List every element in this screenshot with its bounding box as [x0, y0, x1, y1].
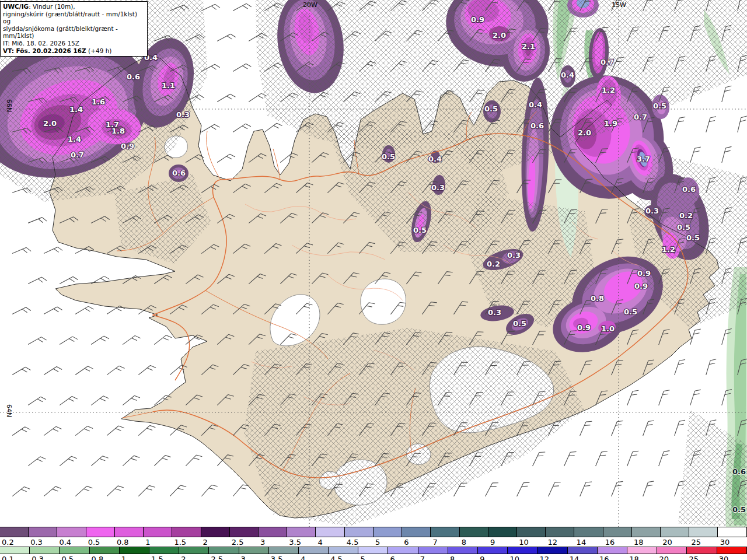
info-line-4-init-time: IT: Mið. 18. 02. 2026 15Z [3, 40, 145, 47]
legend-tick-label: 18 [629, 555, 639, 560]
glacier [361, 279, 406, 324]
precip-value-label: 0.7 [71, 150, 84, 159]
legend-tick-label: 1.5 [151, 555, 163, 560]
legend-tick-label: 3 [260, 538, 265, 547]
legend-tick-label: 0.5 [61, 555, 74, 560]
legend-segment [316, 527, 344, 537]
legend-tick-label: 5 [375, 538, 380, 547]
legend-segment [30, 547, 60, 554]
precip-value-label-dark: 0.5 [732, 505, 746, 514]
legend-segment [201, 527, 230, 537]
legend-tick-label: 16 [605, 538, 615, 547]
legend-segment [329, 547, 358, 554]
legend-tick-label: 3.5 [271, 555, 283, 560]
precip-value-label: 1.8 [111, 127, 125, 135]
precip-value-label: 0.9 [471, 15, 484, 24]
legend-rain-tick-labels: 0.20.30.40.50.811.522.533.544.5567891012… [0, 537, 747, 547]
legend-segment [287, 527, 316, 537]
legend-tick-label: 2.5 [232, 538, 244, 547]
legend-segment [632, 527, 661, 537]
precip-value-label: 0.6 [682, 185, 696, 194]
legend-segment [627, 547, 657, 554]
legend-segment [299, 547, 329, 554]
legend-segment [448, 547, 478, 554]
precip-value-label: 0.9 [577, 323, 591, 332]
precip-value-label: 0.6 [172, 169, 186, 177]
forecast-info-box: UWC/IG: Vindur (10m), rigning/skúrir (gr… [0, 1, 148, 57]
legend-segment [717, 547, 747, 554]
precip-value-label: 1.4 [69, 105, 83, 114]
precip-value-label: 0.5 [686, 233, 700, 242]
legend-segment [478, 547, 508, 554]
precip-value-label: 1.6 [92, 97, 105, 106]
legend-tick-label: 4 [301, 555, 305, 560]
precip-value-label: 0.4 [561, 71, 574, 79]
legend-tick-label: 1 [121, 555, 126, 560]
precip-value-label: 0.9 [634, 282, 648, 290]
info-line-2: rigning/skúrir (grænt/blátt/rautt - mm/1… [3, 10, 145, 25]
legend-segment [57, 527, 86, 537]
legend-tick-label: 0.3 [32, 555, 44, 560]
legend-segment [418, 547, 448, 554]
precip-value-label: 0.3 [488, 308, 501, 317]
legend-segment [115, 527, 144, 537]
legend-segment [0, 527, 29, 537]
precip-value-label: 0.2 [679, 211, 693, 220]
legend-segment [517, 527, 546, 537]
legend-segment [86, 527, 115, 537]
legend-segment [172, 527, 201, 537]
legend-segment [345, 527, 374, 537]
precip-value-label: 0.5 [624, 307, 637, 316]
legend-tick-label: 0.8 [92, 555, 104, 560]
legend-tick-label: 2 [203, 538, 208, 547]
legend-segment [269, 547, 299, 554]
graticule-label: 15W [612, 1, 626, 9]
legend-tick-label: 10 [509, 555, 519, 560]
legend-tick-label: 14 [570, 555, 580, 560]
legend-tick-label: 4.5 [330, 555, 343, 560]
precip-value-label: 0.9 [121, 142, 134, 150]
precip-value-label: 1.2 [662, 245, 675, 254]
precip-value-label: 1.2 [602, 86, 615, 94]
legend-tick-label: 0.1 [2, 555, 14, 560]
weather-map-svg: 20W15W66N64N0.40.61.10.31.61.42.01.71.81… [0, 0, 747, 527]
legend-segment [508, 547, 537, 554]
legend-segment [488, 527, 517, 537]
precip-value-label: 0.4 [428, 155, 442, 163]
precip-value-label: 0.7 [634, 113, 647, 121]
legend-segment [537, 547, 567, 554]
info-line-3: slydda/snjókoma (grátt/bleikt/grænt - mm… [3, 25, 145, 40]
legend-segment [603, 527, 632, 537]
precip-value-label: 0.3 [507, 251, 521, 260]
legend-tick-label: 8 [450, 555, 455, 560]
info-line-5-valid-time: VT: Fös. 20.02.2026 16Z (+49 h) [3, 47, 145, 55]
legend-tick-label: 7 [432, 538, 437, 547]
precip-value-label: 0.5 [484, 104, 498, 113]
legend-segment [431, 527, 459, 537]
precip-value-label: 0.7 [601, 58, 614, 66]
legend-tick-label: 25 [692, 538, 701, 547]
legend-segment [358, 547, 388, 554]
legend-tick-label: 0.4 [59, 538, 71, 547]
legend-tick-label: 4.5 [347, 538, 359, 547]
legend-tick-label: 2.5 [211, 555, 223, 560]
legend-segment [718, 527, 746, 537]
legend-segment [568, 547, 598, 554]
legend-segment [574, 527, 603, 537]
precip-value-label: 1.1 [162, 81, 175, 90]
legend-segment [689, 527, 718, 537]
legend-tick-label: 6 [404, 538, 409, 547]
precip-value-label: 2.0 [578, 128, 591, 137]
legend-segment [209, 547, 239, 554]
precip-value-label: 0.6 [127, 72, 140, 81]
precip-value-label: 0.2 [487, 260, 500, 268]
legend-segment [120, 547, 149, 554]
precip-value-label-dark: 0.6 [732, 467, 746, 476]
legend-tick-label: 3 [241, 555, 246, 560]
legend-segment [230, 527, 259, 537]
legend-segment [657, 547, 687, 554]
legend-tick-label: 12 [547, 538, 557, 547]
legend-tick-label: 6 [390, 555, 395, 560]
legend-tick-label: 0.5 [88, 538, 100, 547]
precip-value-label: 0.5 [382, 152, 395, 161]
